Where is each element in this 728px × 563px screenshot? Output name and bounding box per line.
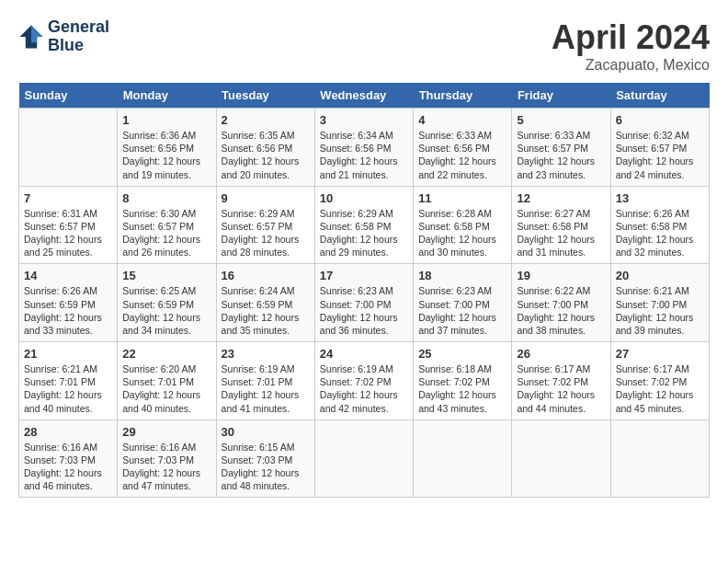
day-info: Sunrise: 6:32 AMSunset: 6:57 PMDaylight:… <box>616 129 704 181</box>
day-info: Sunrise: 6:36 AMSunset: 6:56 PMDaylight:… <box>122 129 210 181</box>
day-info: Sunrise: 6:29 AMSunset: 6:57 PMDaylight:… <box>222 207 310 259</box>
title-block: April 2024 Zacapuato, Mexico <box>552 18 710 74</box>
calendar-cell: 3Sunrise: 6:34 AMSunset: 6:56 PMDaylight… <box>314 109 413 187</box>
location-title: Zacapuato, Mexico <box>552 57 710 74</box>
day-number: 21 <box>24 347 112 361</box>
calendar-cell: 11Sunrise: 6:28 AMSunset: 6:58 PMDayligh… <box>414 186 512 264</box>
svg-marker-1 <box>31 25 42 42</box>
calendar-cell: 20Sunrise: 6:21 AMSunset: 7:00 PMDayligh… <box>610 264 709 342</box>
calendar-cell <box>414 419 512 498</box>
calendar-cell: 26Sunrise: 6:17 AMSunset: 7:02 PMDayligh… <box>512 342 610 420</box>
logo-text: General Blue <box>48 18 109 55</box>
day-info: Sunrise: 6:35 AMSunset: 6:56 PMDaylight:… <box>222 129 310 181</box>
weekday-header-saturday: Saturday <box>610 83 709 109</box>
week-row-5: 28Sunrise: 6:16 AMSunset: 7:03 PMDayligh… <box>19 419 710 498</box>
calendar-cell: 8Sunrise: 6:30 AMSunset: 6:57 PMDaylight… <box>118 186 216 264</box>
day-number: 24 <box>320 347 408 361</box>
calendar-cell: 22Sunrise: 6:20 AMSunset: 7:01 PMDayligh… <box>118 342 216 420</box>
day-info: Sunrise: 6:15 AMSunset: 7:03 PMDaylight:… <box>222 441 310 493</box>
day-number: 14 <box>24 269 112 282</box>
day-info: Sunrise: 6:17 AMSunset: 7:02 PMDaylight:… <box>517 362 605 415</box>
calendar-cell: 21Sunrise: 6:21 AMSunset: 7:01 PMDayligh… <box>19 342 118 420</box>
calendar-cell: 6Sunrise: 6:32 AMSunset: 6:57 PMDaylight… <box>610 109 709 187</box>
day-number: 1 <box>122 113 210 127</box>
calendar-cell: 9Sunrise: 6:29 AMSunset: 6:57 PMDaylight… <box>216 186 314 264</box>
calendar-cell: 27Sunrise: 6:17 AMSunset: 7:02 PMDayligh… <box>610 342 709 420</box>
day-number: 25 <box>418 347 506 361</box>
day-info: Sunrise: 6:33 AMSunset: 6:57 PMDaylight:… <box>517 129 605 181</box>
calendar-cell: 19Sunrise: 6:22 AMSunset: 7:00 PMDayligh… <box>512 264 610 342</box>
day-info: Sunrise: 6:31 AMSunset: 6:57 PMDaylight:… <box>24 207 112 259</box>
day-number: 8 <box>122 191 210 205</box>
day-number: 12 <box>517 191 605 205</box>
week-row-4: 21Sunrise: 6:21 AMSunset: 7:01 PMDayligh… <box>19 342 710 420</box>
calendar-cell: 24Sunrise: 6:19 AMSunset: 7:02 PMDayligh… <box>314 342 413 420</box>
day-number: 22 <box>122 347 210 361</box>
day-number: 5 <box>517 113 605 127</box>
day-number: 27 <box>616 347 704 361</box>
calendar-cell: 30Sunrise: 6:15 AMSunset: 7:03 PMDayligh… <box>216 419 314 498</box>
day-info: Sunrise: 6:21 AMSunset: 7:01 PMDaylight:… <box>24 362 112 415</box>
day-number: 11 <box>418 191 506 205</box>
calendar-cell: 14Sunrise: 6:26 AMSunset: 6:59 PMDayligh… <box>19 264 118 342</box>
calendar-cell <box>610 419 709 498</box>
calendar-cell: 12Sunrise: 6:27 AMSunset: 6:58 PMDayligh… <box>512 186 610 264</box>
day-number: 17 <box>320 269 408 282</box>
calendar-cell: 16Sunrise: 6:24 AMSunset: 6:59 PMDayligh… <box>216 264 314 342</box>
calendar-cell: 17Sunrise: 6:23 AMSunset: 7:00 PMDayligh… <box>314 264 413 342</box>
calendar-cell: 15Sunrise: 6:25 AMSunset: 6:59 PMDayligh… <box>118 264 216 342</box>
day-info: Sunrise: 6:16 AMSunset: 7:03 PMDaylight:… <box>24 441 112 493</box>
day-info: Sunrise: 6:24 AMSunset: 6:59 PMDaylight:… <box>222 284 310 337</box>
day-number: 16 <box>222 269 310 282</box>
day-number: 13 <box>616 191 704 205</box>
day-number: 26 <box>517 347 605 361</box>
day-number: 30 <box>222 425 310 439</box>
day-info: Sunrise: 6:27 AMSunset: 6:58 PMDaylight:… <box>517 207 605 259</box>
day-info: Sunrise: 6:34 AMSunset: 6:56 PMDaylight:… <box>320 129 408 181</box>
calendar-table: SundayMondayTuesdayWednesdayThursdayFrid… <box>18 83 710 498</box>
day-info: Sunrise: 6:18 AMSunset: 7:02 PMDaylight:… <box>418 362 506 415</box>
day-number: 3 <box>320 113 408 127</box>
day-info: Sunrise: 6:23 AMSunset: 7:00 PMDaylight:… <box>418 284 506 337</box>
weekday-header-wednesday: Wednesday <box>314 83 413 109</box>
day-info: Sunrise: 6:20 AMSunset: 7:01 PMDaylight:… <box>122 362 210 415</box>
day-number: 19 <box>517 269 605 282</box>
calendar-cell <box>19 109 118 187</box>
weekday-header-friday: Friday <box>512 83 610 109</box>
page-header: General Blue April 2024 Zacapuato, Mexic… <box>18 18 710 74</box>
day-info: Sunrise: 6:33 AMSunset: 6:56 PMDaylight:… <box>418 129 506 181</box>
weekday-header-row: SundayMondayTuesdayWednesdayThursdayFrid… <box>19 83 710 109</box>
weekday-header-sunday: Sunday <box>19 83 118 109</box>
calendar-cell: 1Sunrise: 6:36 AMSunset: 6:56 PMDaylight… <box>118 109 216 187</box>
day-number: 28 <box>24 425 112 439</box>
day-number: 6 <box>616 113 704 127</box>
weekday-header-monday: Monday <box>118 83 216 109</box>
month-title: April 2024 <box>552 18 710 57</box>
week-row-2: 7Sunrise: 6:31 AMSunset: 6:57 PMDaylight… <box>19 186 710 264</box>
day-info: Sunrise: 6:26 AMSunset: 6:59 PMDaylight:… <box>24 284 112 337</box>
logo: General Blue <box>18 18 109 55</box>
calendar-cell: 18Sunrise: 6:23 AMSunset: 7:00 PMDayligh… <box>414 264 512 342</box>
week-row-3: 14Sunrise: 6:26 AMSunset: 6:59 PMDayligh… <box>19 264 710 342</box>
day-info: Sunrise: 6:28 AMSunset: 6:58 PMDaylight:… <box>418 207 506 259</box>
calendar-cell: 25Sunrise: 6:18 AMSunset: 7:02 PMDayligh… <box>414 342 512 420</box>
calendar-cell: 13Sunrise: 6:26 AMSunset: 6:58 PMDayligh… <box>610 186 709 264</box>
day-number: 20 <box>616 269 704 282</box>
calendar-cell: 10Sunrise: 6:29 AMSunset: 6:58 PMDayligh… <box>314 186 413 264</box>
day-info: Sunrise: 6:17 AMSunset: 7:02 PMDaylight:… <box>616 362 704 415</box>
day-info: Sunrise: 6:26 AMSunset: 6:58 PMDaylight:… <box>616 207 704 259</box>
weekday-header-tuesday: Tuesday <box>216 83 314 109</box>
day-info: Sunrise: 6:22 AMSunset: 7:00 PMDaylight:… <box>517 284 605 337</box>
day-number: 10 <box>320 191 408 205</box>
calendar-cell: 29Sunrise: 6:16 AMSunset: 7:03 PMDayligh… <box>118 419 216 498</box>
day-info: Sunrise: 6:29 AMSunset: 6:58 PMDaylight:… <box>320 207 408 259</box>
calendar-cell <box>512 419 610 498</box>
day-number: 18 <box>418 269 506 282</box>
weekday-header-thursday: Thursday <box>414 83 512 109</box>
calendar-cell: 4Sunrise: 6:33 AMSunset: 6:56 PMDaylight… <box>414 109 512 187</box>
day-info: Sunrise: 6:25 AMSunset: 6:59 PMDaylight:… <box>122 284 210 337</box>
week-row-1: 1Sunrise: 6:36 AMSunset: 6:56 PMDaylight… <box>19 109 710 187</box>
day-number: 15 <box>122 269 210 282</box>
day-number: 29 <box>122 425 210 439</box>
day-info: Sunrise: 6:19 AMSunset: 7:01 PMDaylight:… <box>222 362 310 415</box>
